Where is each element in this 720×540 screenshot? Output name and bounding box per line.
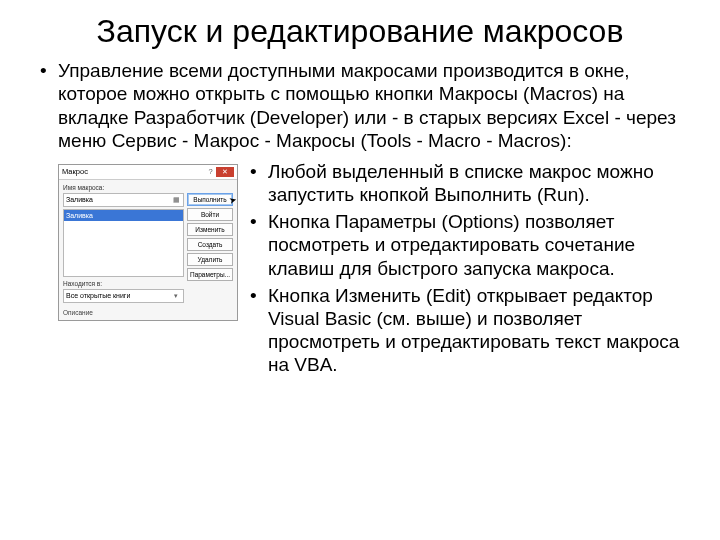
dialog-titlebar: Макрос ? ✕ xyxy=(59,165,237,180)
slide: Запуск и редактирование макросов Управле… xyxy=(0,0,720,380)
name-label: Имя макроса: xyxy=(63,184,184,191)
dialog-window: Макрос ? ✕ Имя макроса: Заливка ▦ Заливк… xyxy=(58,164,238,321)
description-label: Описание xyxy=(59,309,237,320)
bullet-item: Кнопка Изменить (Edit) открывает редакто… xyxy=(248,284,684,377)
bullet-item: Кнопка Параметры (Options) позволяет пос… xyxy=(248,210,684,280)
macro-name-input[interactable]: Заливка ▦ xyxy=(63,193,184,207)
options-button[interactable]: Параметры... xyxy=(187,268,233,281)
close-icon[interactable]: ✕ xyxy=(216,167,234,177)
edit-button[interactable]: Изменить xyxy=(187,223,233,236)
dialog-title-text: Макрос xyxy=(62,167,205,176)
slide-title: Запуск и редактирование макросов xyxy=(36,14,684,49)
help-icon[interactable]: ? xyxy=(205,167,216,177)
run-button[interactable]: Выполнить ➤ xyxy=(187,193,233,206)
location-label: Находится в: xyxy=(63,280,184,287)
macro-list-item-selected[interactable]: Заливка xyxy=(64,210,183,221)
intro-paragraph: Управление всеми доступными макросами пр… xyxy=(36,59,684,152)
step-into-button[interactable]: Войти xyxy=(187,208,233,221)
chevron-down-icon: ▾ xyxy=(171,290,181,302)
run-button-label: Выполнить xyxy=(193,196,226,203)
location-value: Все открытые книги xyxy=(66,290,171,302)
create-button[interactable]: Создать xyxy=(187,238,233,251)
macros-dialog-screenshot: Макрос ? ✕ Имя макроса: Заливка ▦ Заливк… xyxy=(58,164,238,321)
macro-name-value: Заливка xyxy=(66,194,171,206)
content-row: Макрос ? ✕ Имя макроса: Заливка ▦ Заливк… xyxy=(36,160,684,381)
macro-list[interactable]: Заливка xyxy=(63,209,184,277)
delete-button[interactable]: Удалить xyxy=(187,253,233,266)
refedit-icon[interactable]: ▦ xyxy=(171,194,181,206)
bullet-list: Любой выделенный в списке макрос можно з… xyxy=(248,160,684,381)
bullet-item: Любой выделенный в списке макрос можно з… xyxy=(248,160,684,206)
location-select[interactable]: Все открытые книги ▾ xyxy=(63,289,184,303)
cursor-icon: ➤ xyxy=(228,194,239,207)
